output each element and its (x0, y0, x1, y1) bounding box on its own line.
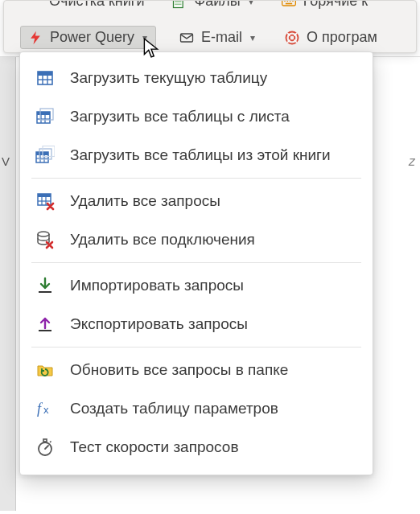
excel-file-icon (171, 0, 187, 10)
svg-line-42 (45, 446, 48, 449)
chevron-down-icon: ▾ (142, 32, 147, 43)
ribbon-row-bottom: Power Query ▾ E-mail ▾ О програм (4, 26, 416, 49)
svg-rect-19 (37, 112, 50, 115)
svg-point-6 (286, 0, 288, 2)
menu-export-queries[interactable]: Экспортировать запросы (20, 305, 373, 343)
tables-workbook-icon (35, 145, 56, 166)
ribbon: Очистка книги Файлы ▾ Горячие к Power Qu… (3, 0, 417, 53)
svg-line-45 (50, 442, 51, 443)
row-header-strip: V (0, 56, 16, 511)
power-query-label: Power Query (50, 29, 134, 46)
menu-item-label: Удалить все запросы (70, 192, 220, 210)
email-dropdown[interactable]: E-mail ▾ (172, 26, 261, 49)
menu-load-workbook-tables[interactable]: Загрузить все таблицы из этой книги (20, 136, 373, 175)
svg-rect-43 (43, 439, 47, 442)
chevron-down-icon: ▾ (250, 32, 255, 43)
ribbon-hotkeys[interactable]: Горячие к (274, 0, 374, 13)
sort-hint: z (409, 154, 415, 169)
ribbon-files[interactable]: Файлы ▾ (165, 0, 259, 13)
menu-separator (31, 347, 361, 347)
ribbon-hotkeys-label: Горячие к (303, 0, 368, 10)
menu-import-queries[interactable]: Импортировать запросы (20, 266, 373, 305)
menu-item-label: Обновить все запросы в папке (70, 361, 288, 379)
import-icon (35, 275, 56, 296)
menu-load-current-table[interactable]: Загрузить текущую таблицу (20, 59, 373, 97)
menu-separator (31, 262, 361, 263)
menu-load-sheet-tables[interactable]: Загрузить все таблицы с листа (20, 97, 373, 136)
svg-text:f: f (37, 401, 43, 417)
menu-item-label: Тест скорости запросов (70, 438, 238, 456)
menu-speed-test[interactable]: Тест скорости запросов (20, 428, 373, 467)
svg-rect-10 (181, 34, 193, 42)
menu-create-param-table[interactable]: fx Создать таблицу параметров (20, 389, 373, 428)
menu-delete-all-connections[interactable]: Удалить все подключения (20, 220, 373, 259)
svg-rect-2 (175, 1, 182, 2)
stopwatch-icon (35, 437, 56, 458)
lightning-icon (27, 30, 43, 46)
database-delete-icon (35, 229, 56, 250)
svg-rect-32 (38, 194, 51, 197)
keyboard-icon (281, 0, 297, 10)
table-delete-icon (35, 191, 56, 212)
table-icon (35, 68, 56, 88)
email-label: E-mail (201, 29, 242, 46)
power-query-dropdown[interactable]: Power Query ▾ (20, 26, 156, 49)
ribbon-clean-book-label: Очистка книги (49, 0, 144, 10)
svg-point-12 (290, 35, 295, 40)
menu-item-label: Импортировать запросы (70, 277, 244, 294)
svg-rect-9 (285, 2, 291, 4)
envelope-icon (179, 30, 195, 46)
tables-sheet-icon (35, 106, 56, 127)
menu-item-label: Экспортировать запросы (70, 315, 248, 333)
menu-separator (31, 178, 361, 179)
menu-item-label: Удалить все подключения (70, 231, 255, 249)
svg-point-5 (284, 0, 286, 2)
chevron-down-icon: ▾ (249, 0, 253, 7)
menu-item-label: Создать таблицу параметров (70, 400, 278, 417)
fx-icon: fx (35, 398, 56, 419)
menu-delete-all-queries[interactable]: Удалить все запросы (20, 182, 373, 220)
menu-item-label: Загрузить текущую таблицу (70, 69, 267, 87)
folder-refresh-icon (35, 360, 56, 380)
menu-item-label: Загрузить все таблицы из этой книги (70, 146, 331, 164)
svg-text:x: x (43, 404, 49, 416)
ribbon-row-top: Очистка книги Файлы ▾ Горячие к (4, 0, 416, 13)
svg-point-7 (289, 0, 290, 2)
menu-refresh-folder-queries[interactable]: Обновить все запросы в папке (20, 351, 373, 389)
menu-item-label: Загрузить все таблицы с листа (70, 108, 290, 125)
ribbon-clean-book[interactable]: Очистка книги (43, 0, 150, 13)
svg-rect-14 (38, 72, 52, 76)
export-icon (35, 314, 56, 335)
ribbon-files-label: Файлы (194, 0, 240, 10)
lifebuoy-icon (284, 30, 300, 46)
svg-point-8 (292, 0, 294, 2)
about-button[interactable]: О програм (278, 26, 384, 49)
row-header-label: V (2, 154, 10, 168)
svg-point-36 (38, 232, 49, 236)
svg-rect-3 (175, 3, 182, 5)
about-label: О програм (307, 29, 377, 46)
power-query-menu: Загрузить текущую таблицу Загрузить все … (19, 51, 373, 475)
